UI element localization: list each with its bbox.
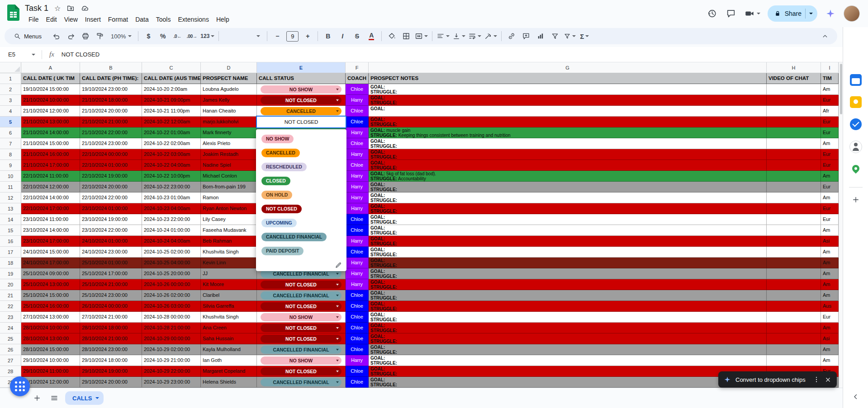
cell-coach[interactable]: Chloe	[346, 323, 369, 333]
cell-coach[interactable]: Harry	[346, 268, 369, 279]
cell-prospect-name[interactable]: Loubna Agudelo	[201, 84, 257, 95]
cell-call-date-uk[interactable]: 23/10/2024 14:00:00	[21, 225, 80, 236]
cell-prospect-notes[interactable]: GOAL:STRUGGLE:	[369, 312, 767, 323]
cell-prospect-notes[interactable]: GOAL:STRUGGLE:	[369, 117, 767, 127]
cell-prospect-notes[interactable]: GOAL:STRUGGLE:	[369, 138, 767, 149]
column-header-b[interactable]: B	[80, 62, 142, 73]
cell-call-date-ph[interactable]: 23/10/2024 22:00:00	[80, 225, 142, 236]
cell-call-date-uk[interactable]: 24/10/2024 15:00:00	[21, 247, 80, 258]
cell-call-date-uk[interactable]: 29/10/2024 12:00:00	[21, 377, 80, 388]
cell-call-date-aus[interactable]: 2024-10-21 11:00pm	[142, 106, 201, 117]
font-size-input[interactable]: 9	[286, 31, 299, 42]
cell-call-date-ph[interactable]: 25/10/2024 01:00:00	[80, 258, 142, 268]
menu-file[interactable]: File	[25, 15, 43, 24]
cell-prospect-name[interactable]: Khushvita Singh	[201, 247, 257, 258]
cell-video-of-chat[interactable]	[767, 333, 821, 344]
cell-coach[interactable]: Chloe	[346, 312, 369, 323]
cell-prospect-notes[interactable]: GOAL:STRUGGLE:	[369, 279, 767, 290]
cell-call-date-ph[interactable]: 29/10/2024 19:00:00	[80, 366, 142, 377]
cell-coach[interactable]: Chloe	[346, 214, 369, 225]
status-chip[interactable]: NOT CLOSED	[261, 281, 342, 289]
cell-time-zone[interactable]: Eur	[821, 214, 839, 225]
filter-views-button[interactable]	[563, 30, 577, 42]
cell-call-date-uk[interactable]: 25/10/2024 16:00:00	[21, 301, 80, 312]
menu-view[interactable]: View	[61, 15, 81, 24]
column-header-g[interactable]: G	[369, 62, 767, 73]
share-dropdown-icon[interactable]	[809, 13, 813, 14]
cell-prospect-notes[interactable]: GOAL: muscle gainSTRUGGLE: Keeping thing…	[369, 127, 767, 138]
cell-call-date-ph[interactable]: 25/10/2024 17:00:00	[80, 268, 142, 279]
cell-video-of-chat[interactable]	[767, 127, 821, 138]
cell-call-date-aus[interactable]: 2024-10-22 03:00am	[142, 149, 201, 160]
cell-prospect-name[interactable]: Ramon	[201, 192, 257, 203]
row-header-7[interactable]: 7	[0, 138, 21, 149]
menu-data[interactable]: Data	[132, 15, 152, 24]
status-chip[interactable]: NOT CLOSED	[261, 335, 342, 343]
undo-button[interactable]	[50, 30, 63, 42]
cell-time-zone[interactable]: Aus	[821, 301, 839, 312]
row-header-3[interactable]: 3	[0, 95, 21, 106]
cell-call-date-ph[interactable]: 21/10/2024 23:00:00	[80, 138, 142, 149]
cell-call-date-aus[interactable]: 2024-10-29 22:00:00	[142, 366, 201, 377]
cell-call-date-aus[interactable]: 2024-10-21 09:00pm	[142, 95, 201, 106]
cell-call-date-ph[interactable]: 21/10/2024 21:00:00	[80, 117, 142, 127]
cell-prospect-name[interactable]: Michael Conlon	[201, 171, 257, 182]
cell-prospect-name[interactable]: Nadine Spiel	[201, 160, 257, 171]
cell-call-date-uk[interactable]: 21/10/2024 14:00:00	[21, 127, 80, 138]
cell-prospect-notes[interactable]: GOAL:STRUGGLE:	[369, 182, 767, 192]
row-header-12[interactable]: 12	[0, 192, 21, 203]
status-chip[interactable]: NOT CLOSED	[261, 324, 342, 332]
cell-time-zone[interactable]: Eur	[821, 127, 839, 138]
cell-time-zone[interactable]: Am	[821, 355, 839, 366]
cell-prospect-name[interactable]: Beb Rahman	[201, 236, 257, 247]
cell-coach[interactable]: Chloe	[346, 138, 369, 149]
cell-prospect-notes[interactable]: GOAL:STRUGGLE:	[369, 333, 767, 344]
create-filter-button[interactable]	[548, 30, 562, 42]
status-chip[interactable]: CANCELLED	[261, 107, 342, 115]
cell-call-status[interactable]: NO SHOW	[257, 84, 346, 95]
cell-call-date-ph[interactable]: 28/10/2024 21:00:00	[80, 333, 142, 344]
row-header-11[interactable]: 11	[0, 182, 21, 192]
fill-color-button[interactable]	[385, 30, 398, 42]
cell-coach[interactable]: Chloe	[346, 225, 369, 236]
row-header-24[interactable]: 24	[0, 323, 21, 333]
cell-time-zone[interactable]: Am	[821, 258, 839, 268]
cell-call-date-uk[interactable]: 22/10/2024 14:00:00	[21, 192, 80, 203]
header-cell[interactable]: COACH	[346, 73, 369, 84]
cell-time-zone[interactable]: Eur	[821, 117, 839, 127]
toast-more-icon[interactable]	[813, 376, 820, 383]
more-formats-button[interactable]: 123	[199, 30, 215, 42]
cell-coach[interactable]: Harry	[346, 182, 369, 192]
version-history-icon[interactable]	[706, 8, 718, 19]
cell-prospect-notes[interactable]: GOAL:STRUGGLE:	[369, 323, 767, 333]
header-cell[interactable]: CALL DATE ( UK TIM	[21, 73, 80, 84]
cell-call-date-aus[interactable]: 2024-10-22 04:00am	[142, 160, 201, 171]
row-header-9[interactable]: 9	[0, 160, 21, 171]
row-header-10[interactable]: 10	[0, 171, 21, 182]
user-avatar[interactable]	[844, 5, 860, 22]
status-chip[interactable]: NO SHOW	[261, 85, 342, 94]
cell-prospect-name[interactable]: Alexis Prieto	[201, 138, 257, 149]
cell-time-zone[interactable]: Eur	[821, 160, 839, 171]
edit-dropdown-pencil-icon[interactable]	[335, 262, 342, 269]
menus-search-button[interactable]: Menus	[10, 30, 47, 42]
cell-video-of-chat[interactable]	[767, 138, 821, 149]
menu-format[interactable]: Format	[104, 15, 132, 24]
horizontal-align-button[interactable]	[436, 30, 451, 42]
cell-call-status[interactable]: CANCELLED FINANCIAL	[257, 377, 346, 388]
cell-call-date-aus[interactable]: 2024-10-28 00:00:00	[142, 312, 201, 323]
cell-coach[interactable]: Harry	[346, 279, 369, 290]
cell-call-date-uk[interactable]: 29/10/2024 11:00:00	[21, 366, 80, 377]
cell-video-of-chat[interactable]	[767, 355, 821, 366]
format-percent-button[interactable]: %	[156, 30, 170, 42]
cell-prospect-notes[interactable]: GOAL:STRUGGLE:	[369, 268, 767, 279]
cell-call-date-aus[interactable]: 2024-10-22 02:00am	[142, 138, 201, 149]
column-header-f[interactable]: F	[346, 62, 369, 73]
cell-coach[interactable]: Chloe	[346, 366, 369, 377]
gemini-sparkle-icon[interactable]	[825, 8, 836, 19]
cell-call-status[interactable]: NO SHOW	[257, 312, 346, 323]
zoom-select[interactable]: 100%	[108, 33, 135, 40]
cell-video-of-chat[interactable]	[767, 84, 821, 95]
cell-coach[interactable]: Chloe	[346, 290, 369, 301]
cell-coach[interactable]: Harry	[346, 192, 369, 203]
